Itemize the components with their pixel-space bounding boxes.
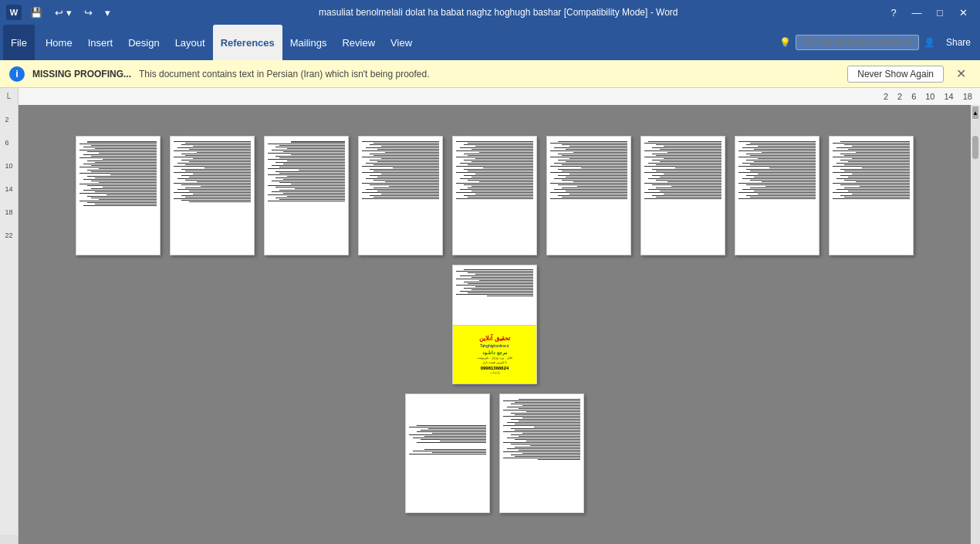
page-content-7 — [641, 137, 725, 204]
horizontal-ruler: L 2 2 6 10 14 18 — [0, 88, 980, 105]
info-bar: i MISSING PROOFING... This document cont… — [0, 60, 980, 88]
ribbon: File Home Insert Design Layout Reference… — [0, 25, 980, 60]
tab-layout[interactable]: Layout — [167, 25, 213, 60]
info-icon: i — [9, 66, 25, 82]
ruler-horizontal: 2 2 6 10 14 18 — [19, 88, 980, 105]
page-content-5 — [453, 137, 536, 204]
page-thumb-2[interactable] — [170, 136, 255, 255]
page-content-3 — [265, 137, 348, 206]
ruler-v-numbers: 2 6 10 14 18 22 — [5, 108, 12, 247]
page-thumb-11[interactable] — [405, 394, 490, 513]
scrollbar-up-button[interactable]: ▲ — [972, 106, 978, 119]
undo-button[interactable]: ↩ ▾ — [51, 5, 76, 20]
ad-sub1: فایل - ورد وی‌ای - پاورپوینت — [477, 356, 512, 360]
help-button[interactable]: ? — [883, 3, 904, 22]
tab-design[interactable]: Design — [120, 25, 167, 60]
ruler-corner: L — [0, 88, 19, 105]
lightbulb-icon: 💡 — [779, 37, 791, 48]
never-show-again-button[interactable]: Never Show Again — [847, 66, 944, 83]
search-input[interactable] — [796, 35, 919, 50]
tab-mailings[interactable]: Mailings — [282, 25, 335, 60]
info-close-button[interactable]: ✕ — [951, 65, 971, 83]
page-thumb-4[interactable] — [358, 136, 443, 255]
ruler-numbers: 2 2 6 10 14 18 — [884, 92, 972, 101]
page-content-9 — [830, 137, 913, 204]
page-thumb-5[interactable] — [452, 136, 537, 255]
page-content-6 — [547, 137, 630, 204]
ad-site: Tahghighonline.ir — [480, 343, 509, 348]
vertical-scrollbar[interactable]: ▲ — [971, 105, 980, 544]
tab-insert[interactable]: Insert — [80, 25, 121, 60]
maximize-button[interactable]: □ — [929, 3, 951, 22]
word-icon: W — [6, 5, 22, 20]
title-bar: W 💾 ↩ ▾ ↪ ▾ masuliat benolmelali dolat h… — [0, 0, 980, 25]
minimize-button[interactable]: — — [906, 3, 928, 22]
page-thumb-7[interactable] — [640, 136, 725, 255]
info-title: MISSING PROOFING... — [32, 69, 131, 79]
scrollbar-thumb[interactable] — [972, 136, 978, 159]
ad-tagline: مرجع دانلـود — [482, 350, 507, 355]
page-content-1 — [76, 137, 160, 211]
ad-page-text — [453, 265, 536, 325]
save-button[interactable]: 💾 — [26, 5, 46, 20]
page-canvas[interactable]: تحقیق آنلاین Tahghighonline.ir مرجع دانل… — [19, 105, 971, 544]
document-title: masuliat benolmelali dolat ha babat nagh… — [114, 7, 883, 18]
pages-row-2 — [34, 394, 955, 529]
info-message: This document contains text in Persian (… — [139, 69, 840, 79]
tab-home[interactable]: Home — [38, 25, 80, 60]
ad-content-yellow: تحقیق آنلاین Tahghighonline.ir مرجع دانل… — [453, 325, 536, 384]
page-content-8 — [735, 137, 819, 204]
page-thumb-1[interactable] — [76, 136, 161, 255]
title-bar-left: W 💾 ↩ ▾ ↪ ▾ — [6, 5, 114, 20]
page-thumb-6[interactable] — [546, 136, 631, 255]
tab-file[interactable]: File — [3, 25, 35, 60]
tab-view[interactable]: View — [383, 25, 420, 60]
redo-button[interactable]: ↪ — [80, 5, 96, 20]
page-content-12 — [500, 394, 583, 465]
page-thumb-10-ad[interactable]: تحقیق آنلاین Tahghighonline.ir مرجع دانل… — [452, 265, 537, 384]
ribbon-search-area: 💡 👤 Share — [779, 34, 977, 51]
close-button[interactable]: ✕ — [952, 3, 974, 22]
page-content-11 — [406, 394, 489, 459]
ad-sub2: با کمترین قیمت بازار — [482, 360, 507, 364]
ad-logo: تحقیق آنلاین — [479, 335, 509, 343]
window-controls: ? — □ ✕ — [883, 3, 974, 22]
page-thumb-9[interactable] — [829, 136, 914, 255]
page-thumb-3[interactable] — [264, 136, 349, 255]
user-icon: 👤 — [924, 37, 935, 48]
tab-references[interactable]: References — [213, 25, 282, 60]
scrollbar-corner — [0, 535, 18, 544]
page-content-2 — [171, 137, 254, 207]
vertical-ruler: 2 6 10 14 18 22 — [0, 105, 19, 544]
ad-suffix: واتساپ — [490, 370, 500, 374]
main-area: 2 6 10 14 18 22 — [0, 105, 980, 544]
page-thumb-12[interactable] — [499, 394, 584, 513]
pages-row-1: تحقیق آنلاین Tahghighonline.ir مرجع دانل… — [34, 113, 955, 394]
tab-review[interactable]: Review — [334, 25, 383, 60]
page-thumb-8[interactable] — [735, 136, 819, 255]
customize-button[interactable]: ▾ — [101, 5, 114, 20]
page-content-4 — [359, 137, 442, 204]
share-button[interactable]: Share — [940, 34, 977, 51]
